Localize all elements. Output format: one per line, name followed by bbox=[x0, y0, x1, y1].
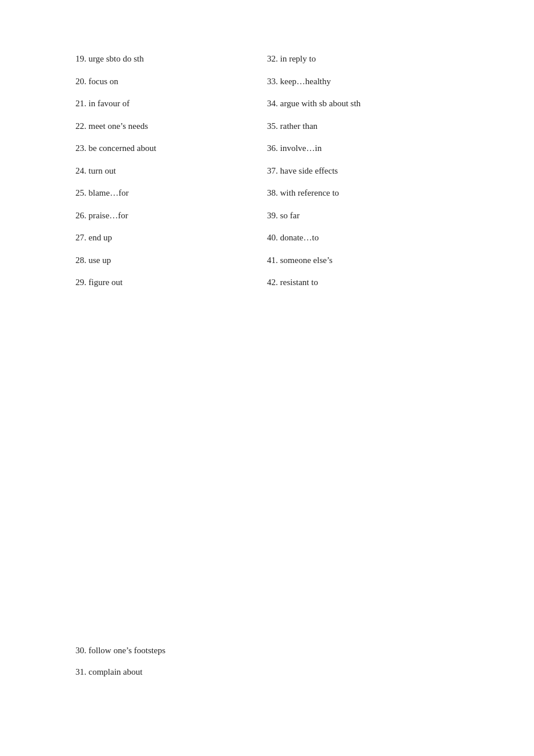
left-column: 19. urge sbto do sth20. focus on21. in f… bbox=[75, 52, 267, 298]
right-column: 32. in reply to33. keep…healthy34. argue… bbox=[267, 52, 459, 298]
two-column-list: 19. urge sbto do sth20. focus on21. in f… bbox=[75, 52, 459, 298]
bottom-section: 30. follow one’s footsteps31. complain a… bbox=[75, 644, 165, 686]
list-item: 35. rather than bbox=[267, 120, 459, 133]
list-item: 20. focus on bbox=[75, 75, 267, 88]
list-item: 37. have side effects bbox=[267, 164, 459, 178]
list-item: 26. praise…for bbox=[75, 209, 267, 222]
list-item: 31. complain about bbox=[75, 665, 165, 679]
list-item: 19. urge sbto do sth bbox=[75, 52, 267, 66]
list-item: 27. end up bbox=[75, 231, 267, 244]
list-item: 29. figure out bbox=[75, 276, 267, 289]
list-item: 40. donate…to bbox=[267, 231, 459, 244]
main-content: 19. urge sbto do sth20. focus on21. in f… bbox=[0, 0, 534, 333]
list-item: 39. so far bbox=[267, 209, 459, 222]
list-item: 42. resistant to bbox=[267, 276, 459, 289]
list-item: 32. in reply to bbox=[267, 52, 459, 66]
list-item: 28. use up bbox=[75, 254, 267, 267]
list-item: 21. in favour of bbox=[75, 97, 267, 110]
list-item: 23. be concerned about bbox=[75, 142, 267, 155]
list-item: 30. follow one’s footsteps bbox=[75, 644, 165, 657]
list-item: 22. meet one’s needs bbox=[75, 120, 267, 133]
list-item: 34. argue with sb about sth bbox=[267, 97, 459, 110]
list-item: 33. keep…healthy bbox=[267, 75, 459, 88]
list-item: 36. involve…in bbox=[267, 142, 459, 155]
list-item: 41. someone else’s bbox=[267, 254, 459, 267]
list-item: 25. blame…for bbox=[75, 186, 267, 200]
list-item: 24. turn out bbox=[75, 164, 267, 178]
list-item: 38. with reference to bbox=[267, 186, 459, 200]
